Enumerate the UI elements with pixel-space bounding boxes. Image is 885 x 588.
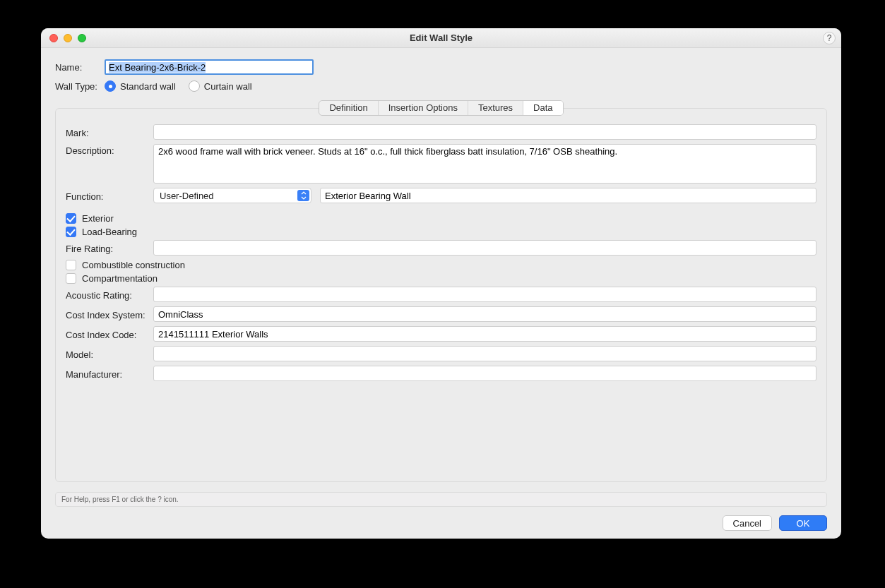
checkbox-combustible[interactable] — [66, 260, 76, 270]
chevron-updown-icon — [297, 190, 309, 201]
dialog-footer: Cancel OK — [41, 507, 841, 531]
acoustic-label: Acoustic Rating: — [66, 289, 153, 301]
tab-bar: Definition Insertion Options Textures Da… — [41, 100, 841, 116]
wall-type-label: Wall Type: — [55, 81, 105, 92]
tab-definition[interactable]: Definition — [319, 101, 378, 115]
function-label: Function: — [66, 190, 153, 202]
function-select-value: User-Defined — [160, 191, 214, 201]
tab-insertion-options[interactable]: Insertion Options — [379, 101, 468, 115]
tab-data[interactable]: Data — [523, 101, 562, 115]
data-panel: Mark: Description: Function: User-Define… — [55, 108, 827, 482]
function-text-input[interactable] — [320, 188, 816, 203]
ok-button[interactable]: OK — [779, 515, 827, 531]
radio-curtain-wall[interactable]: Curtain wall — [189, 80, 252, 92]
help-button[interactable]: ? — [823, 32, 836, 44]
cost-system-label: Cost Index System: — [66, 308, 153, 320]
name-input[interactable] — [105, 59, 314, 75]
acoustic-input[interactable] — [153, 287, 816, 302]
dialog-window: Edit Wall Style ? Name: Wall Type: Stand… — [41, 28, 841, 539]
radio-standard-label: Standard wall — [120, 81, 176, 92]
checkbox-load-bearing[interactable] — [66, 227, 76, 237]
radio-dot-icon — [189, 80, 200, 92]
radio-dot-checked-icon — [105, 80, 116, 92]
model-label: Model: — [66, 348, 153, 360]
mark-label: Mark: — [66, 126, 153, 138]
load-bearing-label: Load-Bearing — [82, 227, 137, 237]
status-bar: For Help, press F1 or click the ? icon. — [55, 492, 827, 507]
description-label: Description: — [66, 144, 153, 156]
manufacturer-input[interactable] — [153, 366, 816, 381]
radio-standard-wall[interactable]: Standard wall — [105, 80, 176, 92]
cancel-button[interactable]: Cancel — [723, 515, 772, 531]
combustible-label: Combustible construction — [82, 260, 185, 270]
name-label: Name: — [55, 62, 105, 73]
fire-rating-input[interactable] — [153, 240, 816, 256]
titlebar: Edit Wall Style ? — [41, 28, 841, 48]
mark-input[interactable] — [153, 124, 816, 140]
function-select[interactable]: User-Defined — [153, 188, 311, 203]
exterior-label: Exterior — [82, 213, 114, 224]
model-input[interactable] — [153, 346, 816, 361]
dialog-title: Edit Wall Style — [41, 32, 841, 43]
tab-textures[interactable]: Textures — [468, 101, 523, 115]
cost-system-input[interactable] — [153, 306, 816, 322]
cost-code-label: Cost Index Code: — [66, 328, 153, 340]
manufacturer-label: Manufacturer: — [66, 368, 153, 380]
checkbox-exterior[interactable] — [66, 213, 76, 224]
compartmentation-label: Compartmentation — [82, 273, 158, 284]
radio-curtain-label: Curtain wall — [204, 81, 252, 92]
fire-rating-label: Fire Rating: — [66, 242, 153, 254]
header-form: Name: Wall Type: Standard wall Curtain w… — [41, 48, 841, 100]
checkbox-compartmentation[interactable] — [66, 273, 76, 284]
cost-code-input[interactable] — [153, 326, 816, 342]
description-input[interactable] — [153, 144, 816, 184]
